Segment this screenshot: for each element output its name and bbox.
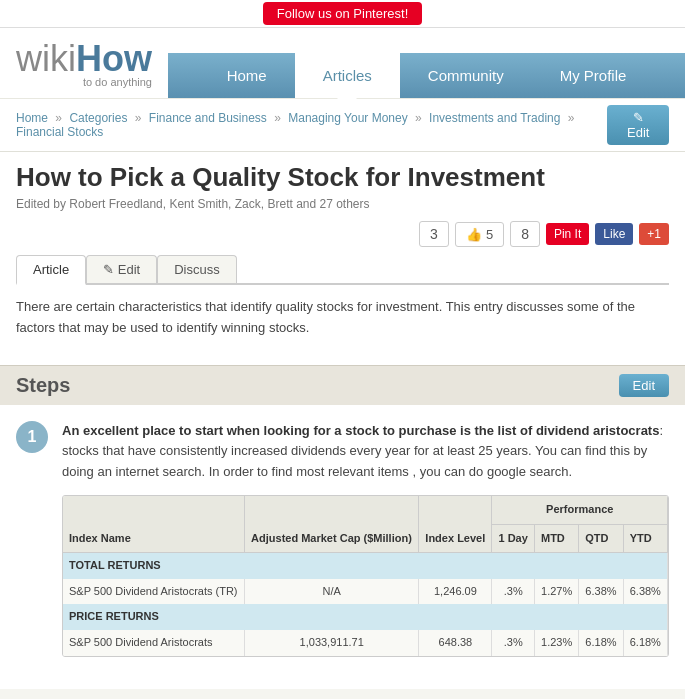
steps-header: Steps Edit bbox=[0, 365, 685, 405]
steps-edit-button[interactable]: Edit bbox=[619, 374, 669, 397]
performance-table: Index Name Adjusted Market Cap ($Million… bbox=[63, 496, 668, 656]
pinterest-banner-text[interactable]: Follow us on Pinterest! bbox=[263, 2, 423, 25]
article-title: How to Pick a Quality Stock for Investme… bbox=[16, 162, 669, 193]
article-tabs: Article ✎ Edit Discuss bbox=[16, 255, 669, 285]
breadcrumb-stocks[interactable]: Financial Stocks bbox=[16, 125, 103, 139]
row-cap: N/A bbox=[245, 579, 419, 605]
table-row-price-1: S&P 500 Dividend Aristocrats 1,033,911.7… bbox=[63, 630, 668, 656]
nav-home[interactable]: Home bbox=[199, 53, 295, 98]
logo-wiki: wiki bbox=[16, 38, 76, 79]
row-mtd: 1.23% bbox=[534, 630, 578, 656]
col-performance: Performance bbox=[492, 496, 668, 524]
logo[interactable]: wikiHow bbox=[16, 38, 152, 80]
nav-community[interactable]: Community bbox=[400, 53, 532, 98]
breadcrumb-edit-button[interactable]: ✎ Edit bbox=[607, 105, 669, 145]
pinterest-pin-button[interactable]: Pin It bbox=[546, 223, 589, 245]
logo-how: How bbox=[76, 38, 152, 79]
pinterest-banner: Follow us on Pinterest! bbox=[0, 0, 685, 28]
vote-count: 3 bbox=[419, 221, 449, 247]
header-area: wikiHow to do anything Home Articles Com… bbox=[0, 28, 685, 98]
total-returns-header: TOTAL RETURNS bbox=[63, 553, 668, 579]
col-market-cap: Adjusted Market Cap ($Million) bbox=[245, 496, 419, 553]
article-intro: There are certain characteristics that i… bbox=[16, 297, 669, 339]
logo-container: wikiHow to do anything bbox=[0, 28, 168, 98]
breadcrumb-finance[interactable]: Finance and Business bbox=[149, 111, 267, 125]
breadcrumb-categories[interactable]: Categories bbox=[69, 111, 127, 125]
row-name: S&P 500 Dividend Aristocrats (TR) bbox=[63, 579, 245, 605]
col-index-level: Index Level bbox=[419, 496, 492, 553]
breadcrumb-home[interactable]: Home bbox=[16, 111, 48, 125]
row-1day: .3% bbox=[492, 630, 534, 656]
row-ytd: 6.18% bbox=[623, 630, 667, 656]
tab-article[interactable]: Article bbox=[16, 255, 86, 285]
step-content: 1 An excellent place to start when looki… bbox=[0, 405, 685, 689]
thumbs-box: 👍 5 bbox=[455, 222, 504, 247]
step-number-1: 1 bbox=[16, 421, 48, 453]
table-row-total-1: S&P 500 Dividend Aristocrats (TR) N/A 1,… bbox=[63, 579, 668, 605]
col-ytd: YTD bbox=[623, 524, 667, 553]
navigation: Home Articles Community My Profile bbox=[168, 53, 685, 98]
row-name: S&P 500 Dividend Aristocrats bbox=[63, 630, 245, 656]
col-mtd: MTD bbox=[534, 524, 578, 553]
total-returns-label: TOTAL RETURNS bbox=[63, 553, 668, 579]
row-cap: 1,033,911.71 bbox=[245, 630, 419, 656]
row-ytd: 6.38% bbox=[623, 579, 667, 605]
nav-my-profile[interactable]: My Profile bbox=[532, 53, 655, 98]
row-1day: .3% bbox=[492, 579, 534, 605]
price-returns-header: PRICE RETURNS bbox=[63, 604, 668, 630]
main-content: How to Pick a Quality Stock for Investme… bbox=[0, 151, 685, 365]
data-table-wrapper: Index Name Adjusted Market Cap ($Million… bbox=[62, 495, 669, 657]
share-count: 8 bbox=[510, 221, 540, 247]
step-item-1: 1 An excellent place to start when looki… bbox=[16, 421, 669, 657]
tab-discuss[interactable]: Discuss bbox=[157, 255, 237, 283]
row-level: 648.38 bbox=[419, 630, 492, 656]
steps-title: Steps bbox=[16, 374, 70, 397]
article-meta: Edited by Robert Freedland, Kent Smith, … bbox=[16, 197, 669, 211]
breadcrumb-money[interactable]: Managing Your Money bbox=[288, 111, 407, 125]
nav-articles[interactable]: Articles bbox=[295, 53, 400, 98]
facebook-like-button[interactable]: Like bbox=[595, 223, 633, 245]
thumbs-count: 5 bbox=[486, 227, 493, 242]
breadcrumb-investments[interactable]: Investments and Trading bbox=[429, 111, 560, 125]
google-plus-button[interactable]: +1 bbox=[639, 223, 669, 245]
step-bold-text: An excellent place to start when looking… bbox=[62, 423, 659, 438]
tab-edit[interactable]: ✎ Edit bbox=[86, 255, 157, 283]
row-mtd: 1.27% bbox=[534, 579, 578, 605]
row-level: 1,246.09 bbox=[419, 579, 492, 605]
thumbs-up-icon: 👍 bbox=[466, 227, 482, 242]
price-returns-label: PRICE RETURNS bbox=[63, 604, 668, 630]
row-qtd: 6.38% bbox=[579, 579, 623, 605]
col-1day: 1 Day bbox=[492, 524, 534, 553]
social-row: 3 👍 5 8 Pin It Like +1 bbox=[16, 221, 669, 247]
col-index-name: Index Name bbox=[63, 496, 245, 553]
step-text-1: An excellent place to start when looking… bbox=[62, 421, 669, 657]
breadcrumb-links: Home » Categories » Finance and Business… bbox=[16, 111, 607, 139]
row-qtd: 6.18% bbox=[579, 630, 623, 656]
col-qtd: QTD bbox=[579, 524, 623, 553]
